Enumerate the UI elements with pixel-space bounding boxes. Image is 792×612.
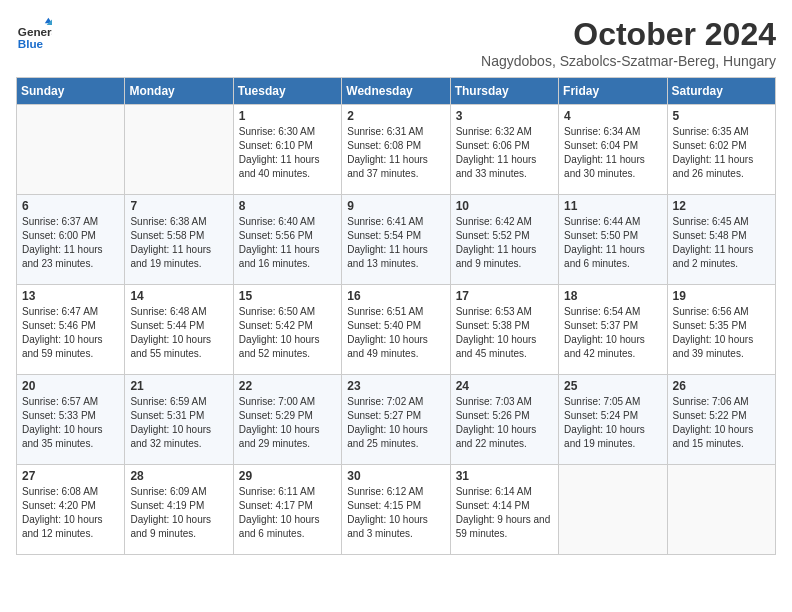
cell-content: Sunrise: 6:57 AM Sunset: 5:33 PM Dayligh… [22, 395, 119, 451]
cell-content: Sunrise: 6:50 AM Sunset: 5:42 PM Dayligh… [239, 305, 336, 361]
day-number: 20 [22, 379, 119, 393]
calendar-cell: 17Sunrise: 6:53 AM Sunset: 5:38 PM Dayli… [450, 285, 558, 375]
calendar-cell: 18Sunrise: 6:54 AM Sunset: 5:37 PM Dayli… [559, 285, 667, 375]
page-header: General Blue October 2024 Nagydobos, Sza… [16, 16, 776, 69]
cell-content: Sunrise: 6:09 AM Sunset: 4:19 PM Dayligh… [130, 485, 227, 541]
cell-content: Sunrise: 6:53 AM Sunset: 5:38 PM Dayligh… [456, 305, 553, 361]
cell-content: Sunrise: 6:48 AM Sunset: 5:44 PM Dayligh… [130, 305, 227, 361]
svg-text:General: General [18, 25, 52, 38]
calendar-table: SundayMondayTuesdayWednesdayThursdayFrid… [16, 77, 776, 555]
day-number: 1 [239, 109, 336, 123]
cell-content: Sunrise: 7:00 AM Sunset: 5:29 PM Dayligh… [239, 395, 336, 451]
calendar-cell: 3Sunrise: 6:32 AM Sunset: 6:06 PM Daylig… [450, 105, 558, 195]
calendar-cell: 1Sunrise: 6:30 AM Sunset: 6:10 PM Daylig… [233, 105, 341, 195]
calendar-cell: 13Sunrise: 6:47 AM Sunset: 5:46 PM Dayli… [17, 285, 125, 375]
cell-content: Sunrise: 6:42 AM Sunset: 5:52 PM Dayligh… [456, 215, 553, 271]
cell-content: Sunrise: 6:44 AM Sunset: 5:50 PM Dayligh… [564, 215, 661, 271]
day-number: 4 [564, 109, 661, 123]
cell-content: Sunrise: 6:54 AM Sunset: 5:37 PM Dayligh… [564, 305, 661, 361]
day-number: 12 [673, 199, 770, 213]
day-number: 31 [456, 469, 553, 483]
calendar-week-4: 20Sunrise: 6:57 AM Sunset: 5:33 PM Dayli… [17, 375, 776, 465]
cell-content: Sunrise: 6:31 AM Sunset: 6:08 PM Dayligh… [347, 125, 444, 181]
svg-text:Blue: Blue [18, 37, 44, 50]
calendar-cell: 11Sunrise: 6:44 AM Sunset: 5:50 PM Dayli… [559, 195, 667, 285]
day-number: 24 [456, 379, 553, 393]
cell-content: Sunrise: 6:30 AM Sunset: 6:10 PM Dayligh… [239, 125, 336, 181]
day-number: 14 [130, 289, 227, 303]
cell-content: Sunrise: 7:03 AM Sunset: 5:26 PM Dayligh… [456, 395, 553, 451]
day-number: 22 [239, 379, 336, 393]
logo: General Blue [16, 16, 56, 52]
header-saturday: Saturday [667, 78, 775, 105]
header-monday: Monday [125, 78, 233, 105]
day-number: 30 [347, 469, 444, 483]
calendar-cell: 26Sunrise: 7:06 AM Sunset: 5:22 PM Dayli… [667, 375, 775, 465]
calendar-body: 1Sunrise: 6:30 AM Sunset: 6:10 PM Daylig… [17, 105, 776, 555]
day-number: 29 [239, 469, 336, 483]
calendar-cell: 29Sunrise: 6:11 AM Sunset: 4:17 PM Dayli… [233, 465, 341, 555]
calendar-cell: 12Sunrise: 6:45 AM Sunset: 5:48 PM Dayli… [667, 195, 775, 285]
day-number: 28 [130, 469, 227, 483]
cell-content: Sunrise: 6:38 AM Sunset: 5:58 PM Dayligh… [130, 215, 227, 271]
cell-content: Sunrise: 7:06 AM Sunset: 5:22 PM Dayligh… [673, 395, 770, 451]
header-wednesday: Wednesday [342, 78, 450, 105]
calendar-cell: 10Sunrise: 6:42 AM Sunset: 5:52 PM Dayli… [450, 195, 558, 285]
day-number: 8 [239, 199, 336, 213]
cell-content: Sunrise: 6:47 AM Sunset: 5:46 PM Dayligh… [22, 305, 119, 361]
cell-content: Sunrise: 6:32 AM Sunset: 6:06 PM Dayligh… [456, 125, 553, 181]
day-number: 25 [564, 379, 661, 393]
cell-content: Sunrise: 7:05 AM Sunset: 5:24 PM Dayligh… [564, 395, 661, 451]
calendar-cell: 6Sunrise: 6:37 AM Sunset: 6:00 PM Daylig… [17, 195, 125, 285]
day-number: 18 [564, 289, 661, 303]
calendar-cell: 30Sunrise: 6:12 AM Sunset: 4:15 PM Dayli… [342, 465, 450, 555]
day-number: 3 [456, 109, 553, 123]
cell-content: Sunrise: 6:35 AM Sunset: 6:02 PM Dayligh… [673, 125, 770, 181]
day-number: 10 [456, 199, 553, 213]
calendar-cell: 14Sunrise: 6:48 AM Sunset: 5:44 PM Dayli… [125, 285, 233, 375]
calendar-cell: 22Sunrise: 7:00 AM Sunset: 5:29 PM Dayli… [233, 375, 341, 465]
day-number: 19 [673, 289, 770, 303]
cell-content: Sunrise: 6:59 AM Sunset: 5:31 PM Dayligh… [130, 395, 227, 451]
cell-content: Sunrise: 6:51 AM Sunset: 5:40 PM Dayligh… [347, 305, 444, 361]
calendar-cell: 27Sunrise: 6:08 AM Sunset: 4:20 PM Dayli… [17, 465, 125, 555]
calendar-week-2: 6Sunrise: 6:37 AM Sunset: 6:00 PM Daylig… [17, 195, 776, 285]
calendar-title-area: October 2024 Nagydobos, Szabolcs-Szatmar… [481, 16, 776, 69]
cell-content: Sunrise: 6:08 AM Sunset: 4:20 PM Dayligh… [22, 485, 119, 541]
calendar-cell [559, 465, 667, 555]
day-number: 16 [347, 289, 444, 303]
day-number: 9 [347, 199, 444, 213]
day-number: 27 [22, 469, 119, 483]
calendar-cell: 20Sunrise: 6:57 AM Sunset: 5:33 PM Dayli… [17, 375, 125, 465]
header-tuesday: Tuesday [233, 78, 341, 105]
calendar-cell: 19Sunrise: 6:56 AM Sunset: 5:35 PM Dayli… [667, 285, 775, 375]
day-number: 7 [130, 199, 227, 213]
calendar-header-row: SundayMondayTuesdayWednesdayThursdayFrid… [17, 78, 776, 105]
day-number: 15 [239, 289, 336, 303]
header-friday: Friday [559, 78, 667, 105]
cell-content: Sunrise: 6:41 AM Sunset: 5:54 PM Dayligh… [347, 215, 444, 271]
calendar-cell: 15Sunrise: 6:50 AM Sunset: 5:42 PM Dayli… [233, 285, 341, 375]
calendar-week-5: 27Sunrise: 6:08 AM Sunset: 4:20 PM Dayli… [17, 465, 776, 555]
calendar-cell: 25Sunrise: 7:05 AM Sunset: 5:24 PM Dayli… [559, 375, 667, 465]
calendar-cell: 21Sunrise: 6:59 AM Sunset: 5:31 PM Dayli… [125, 375, 233, 465]
calendar-cell: 2Sunrise: 6:31 AM Sunset: 6:08 PM Daylig… [342, 105, 450, 195]
header-thursday: Thursday [450, 78, 558, 105]
calendar-cell [667, 465, 775, 555]
calendar-subtitle: Nagydobos, Szabolcs-Szatmar-Bereg, Hunga… [481, 53, 776, 69]
calendar-cell: 28Sunrise: 6:09 AM Sunset: 4:19 PM Dayli… [125, 465, 233, 555]
cell-content: Sunrise: 6:37 AM Sunset: 6:00 PM Dayligh… [22, 215, 119, 271]
day-number: 23 [347, 379, 444, 393]
cell-content: Sunrise: 6:11 AM Sunset: 4:17 PM Dayligh… [239, 485, 336, 541]
cell-content: Sunrise: 6:12 AM Sunset: 4:15 PM Dayligh… [347, 485, 444, 541]
day-number: 2 [347, 109, 444, 123]
calendar-cell: 31Sunrise: 6:14 AM Sunset: 4:14 PM Dayli… [450, 465, 558, 555]
calendar-cell: 24Sunrise: 7:03 AM Sunset: 5:26 PM Dayli… [450, 375, 558, 465]
day-number: 17 [456, 289, 553, 303]
cell-content: Sunrise: 6:56 AM Sunset: 5:35 PM Dayligh… [673, 305, 770, 361]
calendar-week-3: 13Sunrise: 6:47 AM Sunset: 5:46 PM Dayli… [17, 285, 776, 375]
calendar-cell: 5Sunrise: 6:35 AM Sunset: 6:02 PM Daylig… [667, 105, 775, 195]
header-sunday: Sunday [17, 78, 125, 105]
day-number: 21 [130, 379, 227, 393]
calendar-cell: 4Sunrise: 6:34 AM Sunset: 6:04 PM Daylig… [559, 105, 667, 195]
